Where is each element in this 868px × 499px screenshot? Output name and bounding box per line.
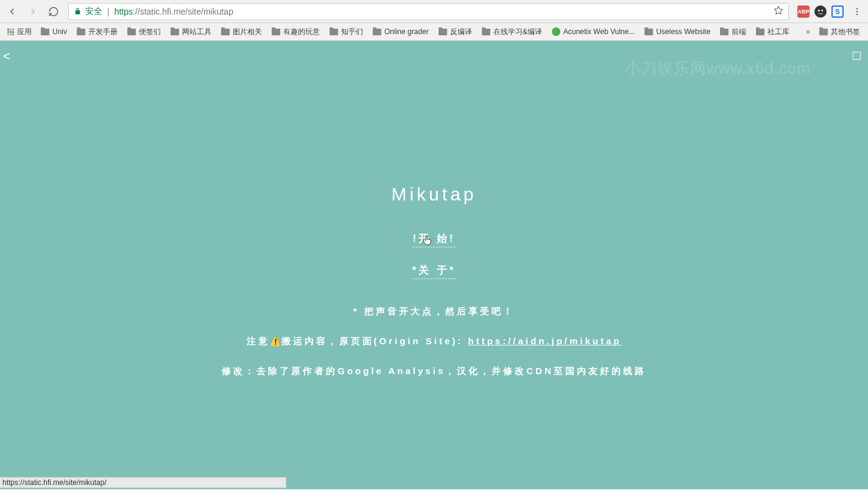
status-bar: https://static.hfi.me/site/mikutap/ — [0, 477, 286, 488]
warning-icon: ⚠️ — [270, 336, 281, 346]
lock-icon — [74, 7, 82, 15]
bookmark-site-tools[interactable]: 网站工具 — [166, 25, 216, 39]
bookmark-bar: 应用 Univ 开发手册 便签们 网站工具 图片相关 有趣的玩意 知乎们 Onl… — [0, 23, 868, 41]
bookmark-images[interactable]: 图片相关 — [217, 25, 266, 39]
notice-text: 注意⚠️搬运内容，原页面(Origin Site): https://aidn.… — [247, 336, 622, 347]
bookmark-fun[interactable]: 有趣的玩意 — [267, 25, 324, 39]
svg-point-4 — [856, 13, 858, 15]
folder-icon — [171, 29, 179, 35]
bookmark-decompile[interactable]: 反编译 — [434, 25, 476, 39]
tip-text: * 把声音开大点，然后享受吧！ — [353, 306, 515, 317]
about-button[interactable]: *关 于* — [412, 263, 456, 279]
main-content: Mikutap !开 始! *关 于* * 把声音开大点，然后享受吧！ 注意⚠️… — [0, 41, 868, 489]
bookmark-other[interactable]: 其他书签 — [815, 25, 864, 39]
url-divider: | — [107, 7, 110, 16]
apps-label: 应用 — [17, 27, 32, 37]
acunetix-icon — [552, 27, 560, 36]
folder-icon — [644, 29, 653, 35]
bookmark-overflow[interactable]: » — [802, 27, 814, 36]
secure-label: 安全 — [85, 6, 102, 17]
modification-text: 修改：去除了原作者的Google Analysis，汉化，并修改CDN至国内友好… — [222, 366, 646, 377]
bookmark-dev-manual[interactable]: 开发手册 — [72, 25, 122, 39]
folder-icon — [439, 29, 447, 35]
origin-site-link[interactable]: https://aidn.jp/mikutap — [468, 336, 622, 346]
folder-icon — [221, 29, 230, 35]
bookmark-zhihu[interactable]: 知乎们 — [325, 25, 367, 39]
svg-point-2 — [856, 8, 858, 9]
page-title: Mikutap — [391, 184, 476, 205]
extension-s-icon[interactable]: S — [831, 5, 844, 18]
bookmark-online-learn[interactable]: 在线学习&编译 — [478, 25, 546, 39]
svg-point-3 — [856, 10, 858, 12]
svg-point-1 — [821, 9, 823, 11]
bookmark-univ[interactable]: Univ — [37, 26, 71, 38]
bookmark-frontend[interactable]: 前端 — [716, 25, 750, 39]
back-button[interactable] — [4, 3, 21, 20]
forward-button[interactable] — [24, 3, 41, 20]
folder-icon — [77, 29, 85, 35]
svg-point-0 — [818, 9, 820, 11]
start-button[interactable]: !开 始! — [412, 232, 455, 247]
folder-icon — [330, 29, 338, 35]
folder-icon — [819, 29, 828, 35]
extension-icons: ABP S — [795, 5, 846, 18]
bookmark-useless-website[interactable]: Useless Website — [640, 26, 715, 38]
browser-toolbar: 安全 | https://static.hfi.me/site/mikutap … — [0, 0, 868, 23]
apps-button[interactable]: 应用 — [4, 25, 35, 39]
bookmark-notes[interactable]: 便签们 — [123, 25, 165, 39]
bookmark-star-icon[interactable] — [774, 5, 783, 17]
folder-icon — [482, 29, 490, 35]
page-content: < 小刀娱乐网www.x6d.com Mikutap !开 始! *关 于* *… — [0, 41, 868, 489]
folder-icon — [127, 29, 136, 35]
bookmark-acunetix[interactable]: Acunetix Web Vulne... — [548, 26, 639, 38]
extension-octotree-icon[interactable] — [814, 5, 827, 18]
chrome-menu-button[interactable] — [850, 4, 864, 19]
folder-icon — [272, 29, 280, 35]
folder-icon — [756, 29, 764, 35]
apps-icon — [7, 29, 14, 35]
bookmark-online-grader[interactable]: Online grader — [369, 26, 433, 38]
reload-button[interactable] — [45, 3, 62, 20]
extension-abp-icon[interactable]: ABP — [797, 5, 810, 18]
bookmark-sgk[interactable]: 社工库 — [752, 25, 794, 39]
url-text: https://static.hfi.me/site/mikutap — [115, 7, 233, 16]
folder-icon — [41, 29, 49, 35]
folder-icon — [720, 29, 729, 35]
address-bar[interactable]: 安全 | https://static.hfi.me/site/mikutap — [68, 3, 789, 20]
folder-icon — [373, 29, 381, 35]
